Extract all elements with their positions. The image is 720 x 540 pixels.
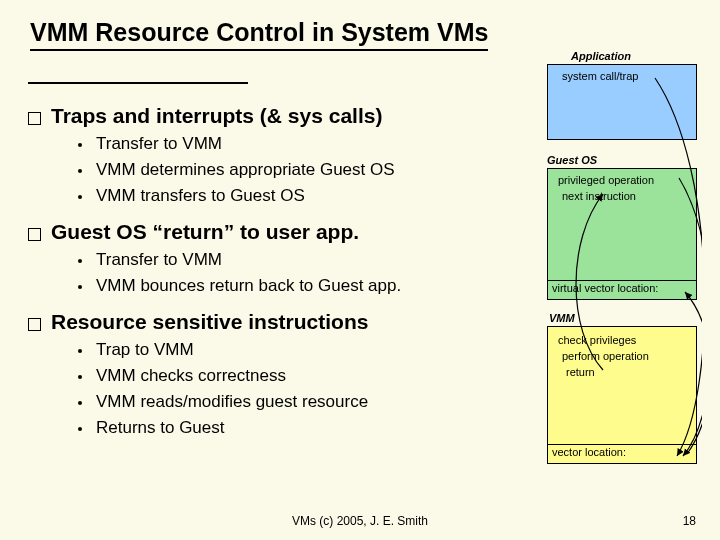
dot-icon [78,259,82,263]
sub-list-2: Transfer to VMM VMM bounces return back … [78,250,528,296]
virtual-vector-location-text: virtual vector location: [552,281,658,296]
dot-icon [78,349,82,353]
list-item: VMM reads/modifies guest resource [78,392,528,412]
bullet-1: Traps and interrupts (& sys calls) [28,104,528,128]
dot-icon [78,375,82,379]
list-item: VMM determines appropriate Guest OS [78,160,528,180]
list-item: Transfer to VMM [78,250,528,270]
list-item: VMM transfers to Guest OS [78,186,528,206]
sub-text: VMM transfers to Guest OS [96,186,305,206]
sub-list-3: Trap to VMM VMM checks correctness VMM r… [78,340,528,438]
diagram: Application system call/trap Guest OS pr… [547,50,702,510]
dot-icon [78,143,82,147]
footer-copyright: VMs (c) 2005, J. E. Smith [0,514,720,528]
bullet-box-icon [28,318,41,331]
perform-operation-text: perform operation [562,349,649,364]
sub-text: VMM determines appropriate Guest OS [96,160,395,180]
dot-icon [78,169,82,173]
sub-text: Trap to VMM [96,340,194,360]
dot-icon [78,195,82,199]
application-label: Application [571,50,631,62]
bullet-3: Resource sensitive instructions [28,310,528,334]
list-item: Returns to Guest [78,418,528,438]
dot-icon [78,285,82,289]
bullet-box-icon [28,112,41,125]
list-item: Transfer to VMM [78,134,528,154]
bullet-text: Guest OS “return” to user app. [51,220,359,244]
guest-os-box: privileged operation next instruction vi… [547,168,697,300]
list-item: VMM checks correctness [78,366,528,386]
page-number: 18 [683,514,696,528]
title-underline [28,82,248,84]
content-area: Traps and interrupts (& sys calls) Trans… [28,90,528,444]
syscall-trap-text: system call/trap [562,69,638,84]
dot-icon [78,401,82,405]
sub-list-1: Transfer to VMM VMM determines appropria… [78,134,528,206]
bullet-text: Resource sensitive instructions [51,310,368,334]
privileged-op-text: privileged operation [558,173,654,188]
bullet-box-icon [28,228,41,241]
vector-location-text: vector location: [552,445,626,460]
list-item: Trap to VMM [78,340,528,360]
vmm-label: VMM [549,312,575,324]
sub-text: VMM reads/modifies guest resource [96,392,368,412]
sub-text: VMM bounces return back to Guest app. [96,276,401,296]
next-instruction-text: next instruction [562,189,636,204]
sub-text: VMM checks correctness [96,366,286,386]
check-privileges-text: check privileges [558,333,636,348]
sub-text: Transfer to VMM [96,134,222,154]
sub-text: Returns to Guest [96,418,225,438]
guest-os-label: Guest OS [547,154,597,166]
bullet-2: Guest OS “return” to user app. [28,220,528,244]
sub-text: Transfer to VMM [96,250,222,270]
vmm-box: check privileges perform operation retur… [547,326,697,464]
application-box: system call/trap [547,64,697,140]
slide-title: VMM Resource Control in System VMs [30,18,488,51]
bullet-text: Traps and interrupts (& sys calls) [51,104,382,128]
return-text: return [566,365,595,380]
dot-icon [78,427,82,431]
list-item: VMM bounces return back to Guest app. [78,276,528,296]
